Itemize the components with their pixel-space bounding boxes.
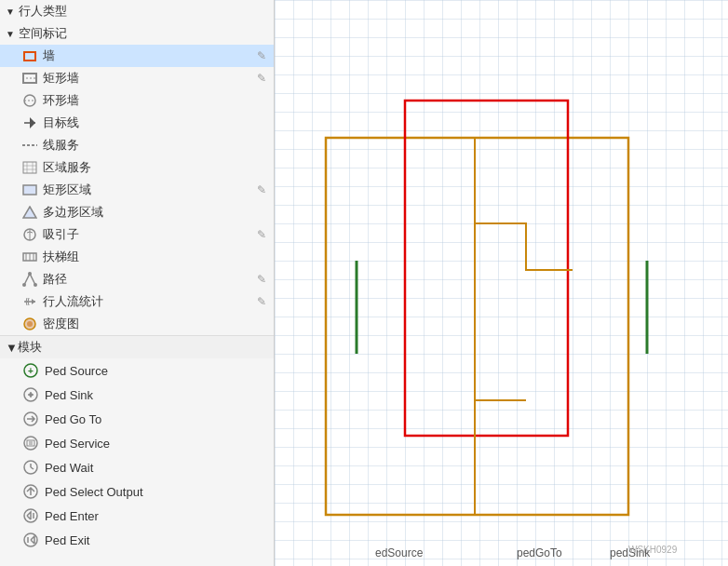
circle-wall-icon [22, 93, 37, 108]
edit-icon-wall[interactable]: ✎ [257, 49, 266, 62]
ped-enter-icon [22, 507, 39, 524]
svg-point-33 [24, 437, 37, 450]
svg-point-25 [27, 321, 33, 327]
edit-icon-rect-area[interactable]: ✎ [257, 183, 266, 196]
tree-item-rect-wall[interactable]: 矩形墙 ✎ [0, 67, 274, 89]
svg-point-20 [22, 283, 26, 287]
svg-rect-34 [27, 440, 34, 446]
module-item-ped-source-label: Ped Source [45, 364, 108, 378]
svg-marker-5 [30, 117, 35, 128]
path-icon [22, 272, 37, 287]
tree-item-attractor[interactable]: 吸引子 ✎ [0, 223, 274, 246]
svg-text:+: + [28, 366, 34, 376]
svg-rect-7 [23, 162, 36, 173]
tree-item-path-label: 路径 [43, 271, 257, 288]
density-icon [22, 317, 37, 331]
target-icon [22, 115, 37, 130]
tree-item-density[interactable]: 密度图 [0, 313, 274, 335]
module-item-ped-source[interactable]: + Ped Source [0, 358, 274, 383]
flow-icon [22, 294, 37, 309]
section-kongjian[interactable]: ▼ 空间标记 [0, 22, 274, 45]
module-item-ped-goto-label: Ped Go To [45, 412, 101, 426]
canvas-svg: edSource pedGoTo pedSink WSKH0929 [275, 0, 728, 566]
tree-item-line-service-label: 线服务 [43, 137, 266, 154]
ped-exit-icon [22, 532, 39, 548]
edit-icon-rect-wall[interactable]: ✎ [257, 72, 266, 85]
module-item-ped-select-output-label: Ped Select Output [45, 485, 143, 499]
tree-item-area-service[interactable]: 区域服务 [0, 156, 274, 179]
arrow-kongjian: ▼ [6, 29, 15, 39]
canvas-area[interactable]: edSource pedGoTo pedSink WSKH0929 [275, 0, 728, 566]
svg-rect-46 [405, 101, 568, 436]
module-item-ped-goto[interactable]: Ped Go To [0, 407, 274, 431]
svg-rect-12 [23, 185, 36, 195]
module-item-ped-select-output[interactable]: Ped Select Output [0, 479, 274, 504]
tree-item-target-label: 目标线 [43, 115, 266, 131]
tree-item-area-service-label: 区域服务 [43, 159, 266, 176]
tree-item-polygon-area[interactable]: 多边形区域 [0, 201, 274, 223]
ped-wait-icon [22, 459, 39, 476]
svg-marker-13 [23, 207, 36, 218]
module-item-ped-sink[interactable]: Ped Sink [0, 383, 274, 407]
tree-item-density-label: 密度图 [43, 316, 266, 332]
left-panel: ▼ 行人类型 ▼ 空间标记 墙 ✎ 矩形墙 ✎ 环形墙 目标线 [0, 0, 275, 566]
module-item-ped-wait-label: Ped Wait [45, 461, 93, 475]
ped-sink-icon [22, 386, 39, 403]
tree-item-rect-area[interactable]: 矩形区域 ✎ [0, 179, 274, 201]
svg-point-22 [34, 283, 37, 287]
module-item-ped-sink-label: Ped Sink [45, 388, 93, 402]
tree-item-circle-wall-label: 环形墙 [43, 92, 266, 109]
tree-item-wall[interactable]: 墙 ✎ [0, 45, 274, 67]
ped-source-icon: + [22, 362, 39, 379]
section-kongjian-label: 空间标记 [19, 25, 67, 42]
svg-text:pedGoTo: pedGoTo [517, 546, 562, 559]
tree-item-flow[interactable]: 行人流统计 ✎ [0, 290, 274, 313]
tree-item-line-service[interactable]: 线服务 [0, 134, 274, 156]
wall-icon [22, 48, 37, 63]
svg-point-31 [29, 393, 33, 397]
section-xinglei-label: 行人类型 [19, 3, 67, 20]
svg-text:WSKH0929: WSKH0929 [628, 545, 678, 555]
tree-item-attractor-label: 吸引子 [43, 226, 257, 243]
edit-icon-flow[interactable]: ✎ [257, 295, 266, 308]
tree-item-flow-label: 行人流统计 [43, 293, 257, 310]
line-service-icon [22, 138, 37, 153]
tree-item-rect-wall-label: 矩形墙 [43, 70, 257, 87]
tree-item-escalator[interactable]: 扶梯组 [0, 246, 274, 268]
area-service-icon [22, 160, 37, 175]
edit-icon-path[interactable]: ✎ [257, 273, 266, 286]
tree-item-wall-label: 墙 [43, 47, 257, 64]
module-item-ped-exit[interactable]: Ped Exit [0, 528, 274, 552]
attractor-icon [22, 227, 37, 242]
tree-item-target[interactable]: 目标线 [0, 112, 274, 134]
ped-service-icon [22, 435, 39, 451]
svg-rect-45 [326, 138, 628, 515]
arrow-xinglei: ▼ [6, 7, 15, 17]
arrow-module: ▼ [6, 341, 18, 355]
tree-item-rect-area-label: 矩形区域 [43, 182, 257, 198]
module-item-ped-enter[interactable]: Ped Enter [0, 504, 274, 528]
module-item-ped-service-label: Ped Service [45, 437, 110, 451]
module-item-ped-wait[interactable]: Ped Wait [0, 455, 274, 479]
section-module[interactable]: ▼ 模块 [0, 335, 274, 358]
svg-line-39 [31, 467, 34, 469]
svg-point-21 [28, 272, 32, 276]
svg-text:edSource: edSource [375, 546, 424, 559]
svg-marker-23 [32, 299, 35, 304]
tree-item-circle-wall[interactable]: 环形墙 [0, 89, 274, 112]
edit-icon-attractor[interactable]: ✎ [257, 228, 266, 241]
section-module-label: 模块 [18, 339, 42, 356]
module-item-ped-service[interactable]: Ped Service [0, 431, 274, 455]
ped-select-output-icon [22, 483, 39, 500]
polygon-area-icon [22, 205, 37, 220]
tree-item-path[interactable]: 路径 ✎ [0, 268, 274, 290]
escalator-icon [22, 249, 37, 264]
section-xinglei[interactable]: ▼ 行人类型 [0, 0, 274, 22]
rect-area-icon [22, 182, 37, 197]
module-item-ped-exit-label: Ped Exit [45, 533, 89, 547]
tree-item-escalator-label: 扶梯组 [43, 249, 266, 265]
tree-item-polygon-area-label: 多边形区域 [43, 204, 266, 221]
ped-goto-icon [22, 411, 39, 427]
module-item-ped-enter-label: Ped Enter [45, 509, 99, 523]
rect-wall-icon [22, 71, 37, 86]
